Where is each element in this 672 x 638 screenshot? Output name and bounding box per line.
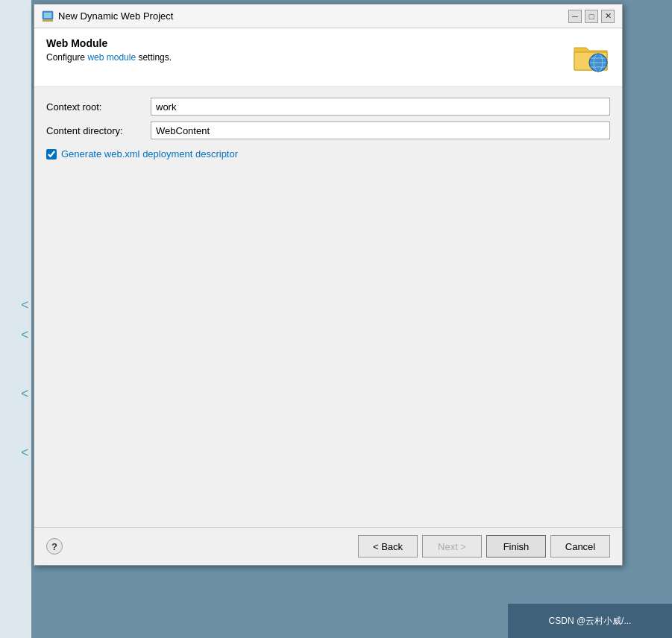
configure-link[interactable]: web module	[87, 52, 136, 63]
context-root-input[interactable]	[151, 98, 610, 116]
svg-rect-1	[44, 13, 51, 18]
title-bar-controls: ─ □ ✕	[568, 10, 615, 23]
dialog-header: Web Module Configure web module settings…	[34, 28, 622, 87]
finish-button[interactable]: Finish	[486, 535, 546, 558]
dialog-window: New Dynamic Web Project ─ □ ✕ Web Module…	[34, 4, 623, 566]
bg-indicators: <<<<	[21, 291, 29, 468]
title-bar-title: New Dynamic Web Project	[58, 10, 173, 22]
generate-webxml-checkbox[interactable]	[46, 149, 57, 160]
help-button[interactable]: ?	[46, 538, 63, 555]
maximize-button[interactable]: □	[585, 10, 598, 23]
content-directory-input[interactable]	[151, 121, 610, 139]
dialog-icon	[42, 10, 54, 22]
watermark: CSDN @云村小威/...	[508, 604, 672, 638]
generate-webxml-label: Generate web.xml deployment descriptor	[61, 148, 238, 160]
minimize-button[interactable]: ─	[568, 10, 582, 23]
svg-rect-2	[43, 19, 53, 22]
dialog-body: Context root: Content directory: Generat…	[34, 87, 622, 527]
title-bar: New Dynamic Web Project ─ □ ✕	[34, 4, 622, 28]
generate-webxml-row: Generate web.xml deployment descriptor	[46, 148, 610, 160]
dialog-footer: ? < Back Next > Finish Cancel	[34, 527, 622, 565]
header-icon	[571, 37, 610, 76]
back-button[interactable]: < Back	[358, 535, 418, 558]
webxml-link-text: web.xml	[104, 148, 140, 160]
context-root-label: Context root:	[46, 101, 151, 113]
content-directory-label: Content directory:	[46, 125, 151, 136]
dialog-heading: Web Module	[46, 37, 571, 49]
close-button[interactable]: ✕	[601, 10, 615, 23]
next-button[interactable]: Next >	[422, 535, 482, 558]
content-directory-row: Content directory:	[46, 121, 610, 139]
cancel-button[interactable]: Cancel	[550, 535, 610, 558]
footer-buttons: < Back Next > Finish Cancel	[358, 535, 610, 558]
context-root-row: Context root:	[46, 98, 610, 116]
dialog-description: Configure web module settings.	[46, 52, 571, 63]
